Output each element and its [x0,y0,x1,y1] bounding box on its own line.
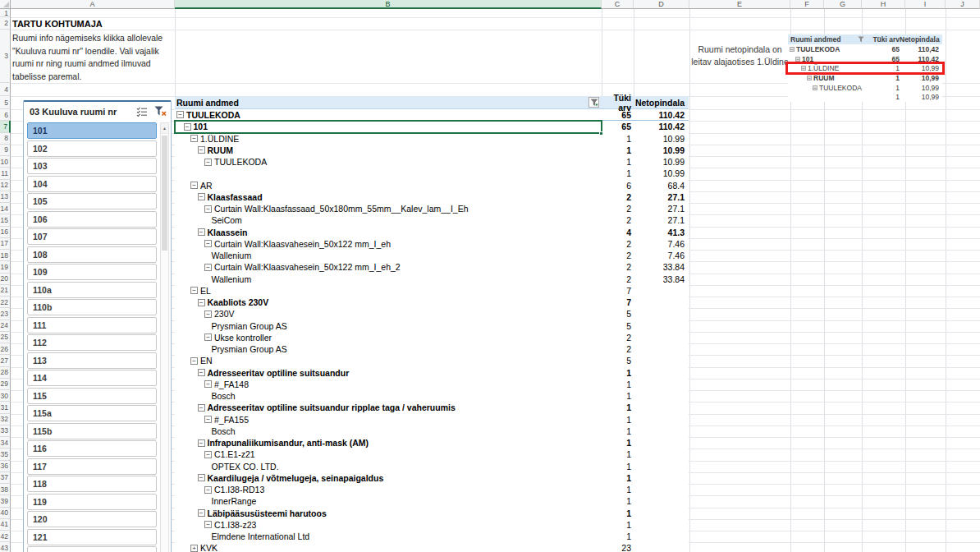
slicer-item-108[interactable]: 108 [27,246,157,263]
collapse-icon[interactable]: − [198,299,205,306]
pivot-cell-netopindala[interactable]: 68.4 [634,181,689,191]
pivot-cell-tyki-arv[interactable]: 23 [602,543,634,552]
pivot-cell-netopindala[interactable]: 33.84 [634,262,689,272]
pivot-row[interactable]: −EL7 [175,285,689,297]
pivot-cell-tyki-arv[interactable]: 1 [602,520,634,530]
slicer-item-120[interactable]: 120 [27,511,157,527]
pivot-row[interactable]: −#_FA1481 [175,379,689,390]
row-header-7[interactable]: 7 [0,121,11,132]
collapse-icon[interactable]: − [204,310,212,318]
collapse-icon[interactable]: − [204,486,212,494]
pivot-cell-tyki-arv[interactable]: 1 [602,462,634,472]
pivot-row[interactable]: −Läbipääsusüsteemi harutoos1 [175,508,689,519]
slicer-item-110a[interactable]: 110a [27,282,157,298]
pivot-cell-netopindala[interactable]: 7.46 [634,251,689,260]
pivot-row[interactable]: −Adresseeritav optiline suitsuandur1 [175,367,689,379]
pivot-row[interactable]: −Kaardilugeja / võtmelugeja, seinapaigal… [175,472,689,484]
pivot-row[interactable]: −Ukse kontroller2 [175,332,689,343]
pivot-row-label[interactable]: −Kaabliots 230V [175,297,602,307]
pivot-row-label[interactable]: −EN [175,356,602,366]
slicer-item-102[interactable]: 102 [27,140,157,157]
row-header-38[interactable]: 38 [0,484,11,495]
pivot-row-label[interactable]: SeiCom [175,215,602,225]
pivot-row[interactable]: Bosch1 [175,390,689,402]
collapse-icon[interactable]: − [190,135,198,142]
select-all-corner[interactable] [0,0,11,9]
column-header-E[interactable]: E [689,0,790,9]
slicer-item-107[interactable]: 107 [27,228,157,245]
pivot-cell-tyki-arv[interactable]: 2 [602,333,634,343]
collapse-icon[interactable]: − [204,334,212,341]
pivot-cell-netopindala[interactable]: 27.1 [634,192,689,202]
pivot-row-label[interactable]: −Infrapunaliikumisandur, anti-mask (AM) [175,438,602,448]
column-header-F[interactable]: F [790,0,824,9]
pivot-row[interactable]: −1.ÜLDINE110.99 [175,133,689,145]
pivot-row[interactable]: OPTEX CO. LTD.1 [175,461,689,472]
pivot-cell-tyki-arv[interactable]: 1 [602,508,634,518]
pivot-row-label[interactable]: −C1.E1-z21 [175,449,602,459]
pivot-row[interactable]: −#_FA1551 [175,414,689,426]
pivot-row-label[interactable]: −Curtain Wall:Klaasvahesein_50x122 mm_I_… [175,239,602,249]
pivot-row-label[interactable]: Bosch [175,426,602,436]
pivot-cell-tyki-arv[interactable]: 1 [602,368,634,378]
row-header-37[interactable]: 37 [0,472,11,484]
pivot-row[interactable]: −EN5 [175,355,689,366]
pivot-cell-tyki-arv[interactable]: 7 [602,286,634,296]
pivot-row-label[interactable]: −Curtain Wall:Klaasfassaad_50x180mm_55mm… [175,204,602,214]
row-header-35[interactable]: 35 [0,448,11,460]
pivot-cell-netopindala[interactable]: 10.99 [634,168,689,178]
row-header-26[interactable]: 26 [0,343,11,355]
pivot-row[interactable]: −AR668.4 [175,180,689,191]
slicer-item-partial[interactable] [27,546,157,552]
row-header-31[interactable]: 31 [0,402,11,413]
row-header-43[interactable]: 43 [0,542,11,552]
pivot-row[interactable]: Prysmian Group AS2 [175,343,689,355]
pivot-cell-tyki-arv[interactable]: 1 [602,380,634,389]
pivot-row-label[interactable]: −AR [175,181,602,191]
pivot-row[interactable]: −TUULEKODA65110.42 [175,109,689,121]
slicer-item-104[interactable]: 104 [27,176,157,192]
pivot-row-label[interactable]: −Läbipääsusüsteemi harutoos [175,508,602,518]
expand-icon[interactable]: + [190,545,198,552]
row-header-11[interactable]: 11 [0,168,11,179]
collapse-icon[interactable]: − [204,264,212,271]
column-header-G[interactable]: G [824,0,862,9]
pivot-cell-tyki-arv[interactable]: 1 [602,496,634,506]
pivot-row-label[interactable]: −Adresseeritav optiline suitsuandur ripp… [175,402,602,412]
slicer-item-114[interactable]: 114 [27,370,157,386]
pivot-row-label[interactable]: −RUUM [175,145,602,155]
column-header-D[interactable]: D [634,0,689,9]
fill-handle[interactable] [599,131,603,136]
row-header-9[interactable]: 9 [0,145,11,156]
slicer-item-106[interactable]: 106 [27,211,157,228]
pivot-row[interactable]: −C1.E1-z211 [175,448,689,460]
pivot-cell-tyki-arv[interactable]: 65 [602,122,634,131]
pivot-row[interactable]: InnerRange1 [175,495,689,507]
row-header-16[interactable]: 16 [0,227,11,238]
pivot-row-label[interactable]: Prysmian Group AS [175,344,602,354]
pivot-header-label-cell[interactable]: Ruumi andmed [175,97,602,108]
pivot-row-label[interactable]: −1.ÜLDINE [175,134,602,144]
pivot-row[interactable]: −Kaabliots 230V7 [175,297,689,308]
pivot-cell-netopindala[interactable]: 27.1 [634,215,689,225]
pivot-row-label[interactable]: −Curtain Wall:Klaasvahesein_50x122 mm_I_… [175,262,602,272]
scrollbar-thumb[interactable] [162,136,167,251]
pivot-row-label[interactable]: Bosch [175,391,602,401]
pivot-row[interactable]: −C1.I38-z231 [175,519,689,531]
pivot-cell-tyki-arv[interactable]: 1 [602,426,634,436]
pivot-cell-tyki-arv[interactable]: 6 [602,181,634,191]
pivot-cell-netopindala[interactable]: 7.46 [634,239,689,249]
pivot-cell-tyki-arv[interactable]: 2 [602,262,634,272]
pivot-cell-tyki-arv[interactable]: 1 [602,485,634,494]
slicer-item-111[interactable]: 111 [27,317,157,334]
row-header-14[interactable]: 14 [0,203,11,214]
pivot-row[interactable]: −Curtain Wall:Klaasvahesein_50x122 mm_I_… [175,238,689,250]
row-header-8[interactable]: 8 [0,133,11,145]
pivot-row-label[interactable]: −Kaardilugeja / võtmelugeja, seinapaigal… [175,473,602,483]
pivot-row-label[interactable]: Elmdene International Ltd [175,531,602,541]
pivot-cell-netopindala[interactable]: 10.99 [634,134,689,144]
pivot-row-label[interactable]: −Klaasfassaad [175,192,602,202]
slicer-item-101[interactable]: 101 [27,122,157,139]
pivot-row-label[interactable]: −#_FA148 [175,380,602,389]
column-header-C[interactable]: C [602,0,634,9]
